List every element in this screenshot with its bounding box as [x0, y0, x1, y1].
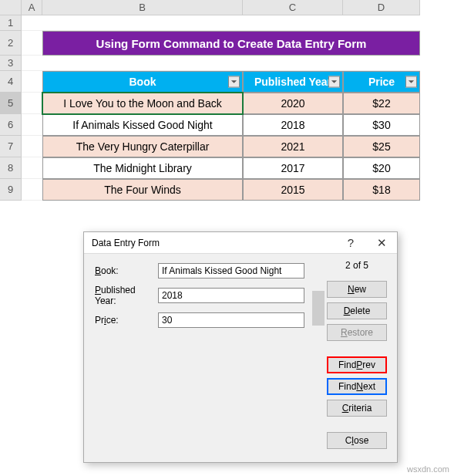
row-header-8[interactable]: 8: [0, 157, 22, 179]
cell-a6[interactable]: [22, 114, 42, 136]
criteria-button[interactable]: Criteria: [327, 400, 387, 417]
spreadsheet-grid: A B C D 1 2 Using Form Command to Create…: [0, 0, 454, 201]
row-header-6[interactable]: 6: [0, 114, 22, 136]
year-input[interactable]: [158, 288, 304, 303]
cell-d1[interactable]: [343, 15, 420, 31]
filter-dropdown-icon[interactable]: [328, 76, 340, 88]
book-label: Book:: [95, 265, 158, 276]
dialog-title: Data Entry Form: [92, 238, 335, 248]
row-header-3[interactable]: 3: [0, 56, 22, 71]
col-header-d[interactable]: D: [343, 0, 420, 15]
cell-a9[interactable]: [22, 179, 42, 201]
table-cell-price[interactable]: $18: [343, 179, 420, 201]
year-label: Published Year:: [95, 285, 158, 306]
table-header-price[interactable]: Price: [343, 71, 420, 93]
cell-c3[interactable]: [243, 56, 343, 71]
table-cell-price[interactable]: $22: [343, 93, 420, 114]
data-entry-form-dialog: Data Entry Form ? ✕ Book: Published Year…: [83, 231, 398, 463]
restore-button: Restore: [327, 324, 387, 341]
cell-a3[interactable]: [22, 56, 42, 71]
cell-c1[interactable]: [243, 15, 343, 31]
delete-button[interactable]: Delete: [327, 302, 387, 319]
cell-d3[interactable]: [343, 56, 420, 71]
table-cell-price[interactable]: $30: [343, 114, 420, 136]
row-header-2[interactable]: 2: [0, 31, 22, 56]
header-label: Published Year: [254, 76, 331, 88]
table-cell-book[interactable]: I Love You to the Moon and Back: [42, 93, 243, 114]
watermark: wsxdn.com: [407, 464, 449, 474]
table-cell-book[interactable]: If Animals Kissed Good Night: [42, 114, 243, 136]
header-label: Price: [368, 76, 395, 88]
close-button[interactable]: Close: [327, 432, 387, 449]
table-cell-year[interactable]: 2017: [243, 157, 343, 179]
cell-a5[interactable]: [22, 93, 42, 114]
row-header-9[interactable]: 9: [0, 179, 22, 201]
table-cell-price[interactable]: $25: [343, 136, 420, 157]
row-header-5[interactable]: 5: [0, 93, 22, 114]
table-cell-year[interactable]: 2020: [243, 93, 343, 114]
cell-a7[interactable]: [22, 136, 42, 157]
cell-a4[interactable]: [22, 71, 42, 93]
col-header-b[interactable]: B: [42, 0, 243, 15]
new-button[interactable]: New: [327, 281, 387, 298]
table-cell-book[interactable]: The Very Hungry Caterpillar: [42, 136, 243, 157]
row-header-7[interactable]: 7: [0, 136, 22, 157]
table-cell-price[interactable]: $20: [343, 157, 420, 179]
row-header-4[interactable]: 4: [0, 71, 22, 93]
table-cell-year[interactable]: 2021: [243, 136, 343, 157]
cell-b3[interactable]: [42, 56, 243, 71]
price-input[interactable]: [158, 312, 304, 328]
filter-dropdown-icon[interactable]: [228, 76, 240, 88]
dialog-titlebar[interactable]: Data Entry Form ? ✕: [84, 232, 397, 254]
table-cell-book[interactable]: The Four Winds: [42, 179, 243, 201]
record-scrollbar[interactable]: [312, 283, 325, 453]
row-header-1[interactable]: 1: [0, 15, 22, 31]
cell-b1[interactable]: [42, 15, 243, 31]
record-counter: 2 of 5: [325, 260, 389, 271]
table-cell-year[interactable]: 2015: [243, 179, 343, 201]
select-all-corner[interactable]: [0, 0, 22, 15]
filter-dropdown-icon[interactable]: [405, 76, 417, 88]
page-title[interactable]: Using Form Command to Create Data Entry …: [42, 31, 420, 56]
cell-a2[interactable]: [22, 31, 42, 56]
price-label: Price:: [95, 315, 158, 326]
col-header-a[interactable]: A: [22, 0, 42, 15]
table-cell-book[interactable]: The Midnight Library: [42, 157, 243, 179]
scrollbar-thumb[interactable]: [312, 291, 325, 326]
help-button[interactable]: ?: [335, 232, 366, 254]
find-prev-button[interactable]: Find Prev: [327, 356, 387, 373]
find-next-button[interactable]: Find Next: [327, 378, 387, 395]
header-label: Book: [129, 76, 156, 88]
table-header-year[interactable]: Published Year: [243, 71, 343, 93]
table-cell-year[interactable]: 2018: [243, 114, 343, 136]
table-header-book[interactable]: Book: [42, 71, 243, 93]
cell-a8[interactable]: [22, 157, 42, 179]
cell-a1[interactable]: [22, 15, 42, 31]
close-icon[interactable]: ✕: [366, 232, 397, 254]
col-header-c[interactable]: C: [243, 0, 343, 15]
book-input[interactable]: [158, 263, 304, 279]
